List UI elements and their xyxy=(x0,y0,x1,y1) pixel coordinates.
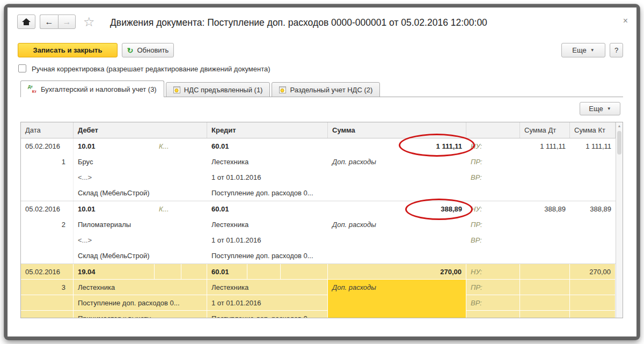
cell-vr-label[interactable]: ВР: xyxy=(466,170,520,185)
header-sum-kt[interactable]: Сумма Кт xyxy=(570,122,616,138)
cell-date[interactable]: 05.02.2016 xyxy=(21,264,74,280)
cell-debit-account[interactable]: 10.01 xyxy=(74,201,155,217)
header-date[interactable]: Дата xyxy=(21,122,74,138)
cell-empty[interactable] xyxy=(21,311,74,318)
cell-sum-note[interactable]: Доп. расходы xyxy=(328,217,466,264)
cell-vr-label[interactable]: ВР: xyxy=(466,232,520,248)
cell-empty[interactable] xyxy=(281,201,328,217)
cell-empty[interactable] xyxy=(520,185,570,201)
cell-sum[interactable]: 270,00 xyxy=(328,264,466,280)
cell-credit-account[interactable]: 60.01 xyxy=(207,264,247,280)
cell-debit-kind[interactable]: К... xyxy=(155,138,181,154)
home-button[interactable] xyxy=(17,14,35,29)
scroll-up-icon[interactable]: ▲ xyxy=(616,124,623,128)
cell-credit-account[interactable]: 60.01 xyxy=(207,201,247,217)
cell-empty[interactable] xyxy=(181,264,207,280)
cell-debit-subconto[interactable]: <...> xyxy=(74,232,207,248)
cell-sum-kt[interactable]: 388,89 xyxy=(570,201,616,217)
cell-vr-label[interactable]: ВР: xyxy=(466,295,520,311)
cell-empty[interactable] xyxy=(570,280,616,295)
cell-empty[interactable] xyxy=(281,264,328,280)
cell-row-number[interactable]: 2 xyxy=(21,217,74,232)
favorite-star-icon[interactable]: ☆ xyxy=(83,14,95,30)
cell-credit-subconto[interactable]: 1 от 01.01.2016 xyxy=(207,295,328,311)
cell-empty[interactable] xyxy=(21,295,74,311)
cell-sum-note-selected[interactable]: Доп. расходы xyxy=(328,280,466,318)
scrollbar-thumb[interactable] xyxy=(617,131,621,155)
cell-debit-subconto[interactable]: Склад (МебельСтрой) xyxy=(74,185,207,201)
cell-sum-dt[interactable] xyxy=(520,264,570,280)
cell-credit-subconto[interactable]: Лестехника xyxy=(207,217,328,232)
manual-adjustment-checkbox[interactable] xyxy=(18,64,26,72)
back-button[interactable]: ← xyxy=(40,14,58,29)
cell-empty[interactable] xyxy=(520,232,570,248)
cell-empty[interactable] xyxy=(570,248,616,264)
cell-debit-subconto[interactable]: <...> xyxy=(74,170,207,185)
cell-empty[interactable] xyxy=(21,170,74,185)
cell-credit-subconto[interactable]: Лестехника xyxy=(207,154,328,170)
tab-vat-presented[interactable]: НДС предъявленный (1) xyxy=(166,82,270,97)
vertical-scrollbar[interactable]: ▲ xyxy=(616,122,623,318)
cell-credit-subconto[interactable]: Поступление доп. расходов 0... xyxy=(207,248,328,264)
cell-debit-kind[interactable]: К... xyxy=(155,201,181,217)
cell-pr-label[interactable]: ПР: xyxy=(466,280,520,295)
cell-empty[interactable] xyxy=(520,311,570,318)
cell-empty[interactable] xyxy=(570,154,616,170)
cell-debit-account[interactable]: 19.04 xyxy=(74,264,155,280)
header-credit[interactable]: Кредит xyxy=(207,122,328,138)
cell-sum-kt[interactable]: 1 111,11 xyxy=(570,138,616,154)
refresh-button[interactable]: ↻ Обновить xyxy=(122,43,174,57)
cell-credit-subconto[interactable]: Поступление доп. расходов 0... xyxy=(207,185,328,201)
cell-empty[interactable] xyxy=(520,248,570,264)
cell-empty[interactable] xyxy=(520,154,570,170)
forward-button[interactable]: → xyxy=(58,14,76,29)
cell-row-number[interactable]: 3 xyxy=(21,280,74,295)
cell-empty[interactable] xyxy=(21,185,74,201)
cell-credit-subconto[interactable]: 1 от 01.01.2016 xyxy=(207,170,328,185)
cell-empty[interactable] xyxy=(570,295,616,311)
cell-empty[interactable] xyxy=(520,217,570,232)
cell-empty[interactable] xyxy=(181,138,207,154)
cell-row-number[interactable]: 1 xyxy=(21,154,74,170)
cell-empty[interactable] xyxy=(570,311,616,318)
cell-debit-subconto[interactable]: Лестехника xyxy=(74,280,207,295)
cell-date[interactable]: 05.02.2016 xyxy=(21,138,74,154)
cell-sum-note[interactable]: Доп. расходы xyxy=(328,154,466,201)
table-more-button[interactable]: Еще ▼ xyxy=(580,102,620,115)
cell-empty[interactable] xyxy=(570,185,616,201)
cell-empty[interactable] xyxy=(466,248,520,264)
cell-empty[interactable] xyxy=(247,264,281,280)
cell-debit-subconto[interactable]: Пиломатериалы xyxy=(74,217,207,232)
save-and-close-button[interactable]: Записать и закрыть xyxy=(18,43,118,57)
cell-empty[interactable] xyxy=(466,311,520,318)
cell-debit-account[interactable]: 10.01 xyxy=(74,138,155,154)
cell-empty[interactable] xyxy=(570,232,616,248)
cell-nu-label[interactable]: НУ: xyxy=(466,264,520,280)
cell-empty[interactable] xyxy=(181,201,207,217)
cell-empty[interactable] xyxy=(466,185,520,201)
cell-debit-subconto[interactable]: Брус xyxy=(74,154,207,170)
cell-credit-subconto[interactable]: Поступление доп. расходов 0... xyxy=(207,311,328,318)
cell-credit-subconto[interactable]: Лестехника xyxy=(207,280,328,295)
header-sum-dt[interactable]: Сумма Дт xyxy=(520,122,570,138)
cell-sum-dt[interactable]: 388,89 xyxy=(520,201,570,217)
cell-empty[interactable] xyxy=(520,295,570,311)
header-extra[interactable] xyxy=(466,122,520,138)
tab-vat-separate[interactable]: Раздельный учет НДС (2) xyxy=(272,82,380,97)
cell-pr-label[interactable]: ПР: xyxy=(466,154,520,170)
cell-debit-subconto[interactable]: Принимается к вычету xyxy=(74,311,207,318)
cell-empty[interactable] xyxy=(570,170,616,185)
cell-debit-kind[interactable] xyxy=(155,264,181,280)
cell-empty[interactable] xyxy=(247,201,281,217)
cell-date[interactable]: 05.02.2016 xyxy=(21,201,74,217)
cell-sum-kt[interactable]: 270,00 xyxy=(570,264,616,280)
cell-credit-subconto[interactable]: 1 от 01.01.2016 xyxy=(207,232,328,248)
cell-empty[interactable] xyxy=(520,280,570,295)
cell-empty[interactable] xyxy=(570,217,616,232)
cell-empty[interactable] xyxy=(247,138,281,154)
toolbar-more-button[interactable]: Еще ▼ xyxy=(561,43,605,57)
cell-nu-label[interactable]: НУ: xyxy=(466,201,520,217)
cell-empty[interactable] xyxy=(520,170,570,185)
tab-accounting-tax[interactable]: ДтКт Бухгалтерский и налоговый учет (3) xyxy=(20,80,164,97)
cell-credit-account[interactable]: 60.01 xyxy=(207,138,247,154)
